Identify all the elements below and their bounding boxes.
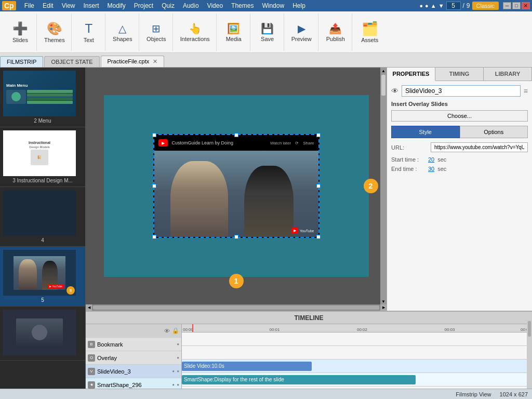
objects-button[interactable]: ⊞ Objects xyxy=(143,20,169,44)
slide-thumb-6[interactable] xyxy=(0,307,85,361)
text-button[interactable]: T Text xyxy=(76,19,102,45)
objects-icon: ⊞ xyxy=(152,22,161,35)
scroll-left-button[interactable]: ◀ xyxy=(86,304,92,311)
url-input[interactable]: https://www.youtube.com/watch?v=YqUdh xyxy=(431,142,528,152)
themes-button[interactable]: 🎨 Themes xyxy=(41,19,68,45)
menu-file[interactable]: File xyxy=(20,1,38,10)
slides-group: ➕ Slides xyxy=(4,14,37,51)
menu-video[interactable]: Video xyxy=(203,1,227,10)
ruler-mark-1: 00:01 xyxy=(270,327,280,332)
scroll-right-button[interactable]: ▶ xyxy=(380,304,387,311)
mode-button[interactable]: Classic xyxy=(472,2,499,10)
start-time-row: Start time : 20 sec xyxy=(391,156,528,163)
choose-button[interactable]: Choose... xyxy=(391,110,528,122)
timeline-vertical-scroll[interactable] xyxy=(527,320,532,399)
assets-button[interactable]: 🗂️ Assets xyxy=(354,19,385,45)
menu-project[interactable]: Project xyxy=(130,1,157,10)
eye-icon[interactable]: 👁 xyxy=(391,87,398,95)
track-slidevideo: Slide Video:10.0s xyxy=(182,360,532,373)
slide-label-2: 3 Instructional Design M... xyxy=(3,178,82,183)
save-group: 💾 Save xyxy=(251,14,284,51)
vertical-scroll-thumb[interactable] xyxy=(381,75,385,96)
scroll-down-button[interactable]: ▼ xyxy=(380,298,387,304)
slide-label-1: 2 Menu xyxy=(3,118,82,124)
insert-overlay-label: Insert Overlay Slides xyxy=(391,101,528,107)
start-time-value[interactable]: 20 xyxy=(428,156,434,163)
preview-icon: ▶ xyxy=(298,22,305,35)
minimize-button[interactable]: ─ xyxy=(503,2,511,9)
main-layout: Main Menu 2 Menu xyxy=(0,68,532,399)
timeline-scroll-thumb[interactable] xyxy=(528,321,531,337)
slides-label: Slides xyxy=(12,37,28,43)
youtube-text: YouTube xyxy=(300,229,314,233)
timeline-eye-icon[interactable]: 👁 xyxy=(164,328,170,334)
slides-button[interactable]: ➕ Slides xyxy=(7,19,33,45)
media-button[interactable]: 🖼️ Media xyxy=(221,20,247,44)
tab-timing[interactable]: TIMING xyxy=(435,68,484,81)
start-time-label: Start time : xyxy=(391,156,425,163)
options-button[interactable]: Options xyxy=(460,126,528,138)
preview-button[interactable]: ▶ Preview xyxy=(288,20,315,44)
style-button[interactable]: Style xyxy=(391,126,460,138)
timeline-ruler: 00:00 00:01 00:02 00:03 00:04 xyxy=(182,324,532,332)
slide-thumb-2[interactable]: Instructional Design Models 📔 3 Instruct… xyxy=(0,127,85,187)
menu-window[interactable]: Window xyxy=(258,1,288,10)
menu-help[interactable]: Help xyxy=(288,1,310,10)
menu-edit[interactable]: Edit xyxy=(38,1,58,10)
interactions-button[interactable]: 👆 Interactions xyxy=(177,20,213,44)
content-area: ▲ ▶ CustomGuide Learn by Doing xyxy=(86,68,387,311)
menu-view[interactable]: View xyxy=(58,1,79,10)
track-smartshape: SmartShape:Display for the rest of the s… xyxy=(182,373,532,387)
menu-insert[interactable]: Insert xyxy=(79,1,103,10)
save-label: Save xyxy=(261,36,274,42)
slidevideo-bar[interactable]: Slide Video:10.0s xyxy=(182,362,312,371)
shapes-button[interactable]: △ Shapes xyxy=(110,20,136,44)
save-button[interactable]: 💾 Save xyxy=(255,20,281,44)
current-slide-input[interactable] xyxy=(446,2,461,10)
timeline-lock-icon[interactable]: 🔒 xyxy=(172,327,179,334)
menu-quiz[interactable]: Quiz xyxy=(157,1,179,10)
tab-filmstrip[interactable]: FILMSTRIP xyxy=(0,56,43,67)
menu-themes[interactable]: Themes xyxy=(227,1,258,10)
vertical-scrollbar[interactable] xyxy=(380,74,387,298)
youtube-logo: ▶ xyxy=(291,228,298,234)
slide-thumb-1[interactable]: Main Menu 2 Menu xyxy=(0,68,85,127)
slide-preview-6 xyxy=(3,310,76,355)
themes-icon: 🎨 xyxy=(47,21,62,36)
bookmark-icon: B xyxy=(88,341,95,348)
watch-later-text: Watch later xyxy=(270,141,291,145)
slide-preview-3 xyxy=(3,190,76,236)
window-controls: ─ □ ✕ xyxy=(503,2,530,9)
scroll-up-button[interactable]: ▲ xyxy=(380,68,387,74)
horizontal-scroll-thumb[interactable] xyxy=(93,305,379,310)
menu-audio[interactable]: Audio xyxy=(179,1,203,10)
properties-content: 👁 SlideVideo_3 ≡ Insert Overlay Slides C… xyxy=(387,81,532,311)
slide-label-3: 4 xyxy=(3,237,82,243)
start-time-unit: sec xyxy=(437,156,446,163)
object-name-input[interactable]: SlideVideo_3 xyxy=(402,85,521,97)
properties-menu-icon[interactable]: ≡ xyxy=(524,87,528,95)
video-element[interactable]: ▶ CustomGuide Learn by Doing Watch later… xyxy=(153,134,320,238)
slide-label-5: 5 xyxy=(3,297,82,303)
slide-thumb-5[interactable]: ▶ YouTube 5 5 xyxy=(0,247,85,307)
publish-button[interactable]: 📤 Publish xyxy=(323,20,349,44)
tab-library[interactable]: LIBRARY xyxy=(484,68,532,81)
tab-close-icon[interactable]: ✕ xyxy=(153,58,157,64)
slide-preview-2: Instructional Design Models 📔 xyxy=(3,130,76,176)
smartshape-bar[interactable]: SmartShape:Display for the rest of the s… xyxy=(182,375,416,384)
slides-icon: ➕ xyxy=(12,21,28,36)
ruler-mark-2: 00:02 xyxy=(357,327,367,332)
slide-thumb-3[interactable]: 4 xyxy=(0,187,85,247)
tab-file[interactable]: PracticeFile.cptx ✕ xyxy=(101,56,165,67)
tab-object-state[interactable]: OBJECT STATE xyxy=(44,56,99,67)
end-time-label: End time : xyxy=(391,166,425,172)
playhead[interactable] xyxy=(192,324,193,332)
end-time-value[interactable]: 30 xyxy=(428,166,434,172)
menu-modify[interactable]: Modify xyxy=(103,1,130,10)
media-icon: 🖼️ xyxy=(227,22,240,35)
maximize-button[interactable]: □ xyxy=(512,2,521,9)
horizontal-scrollbar[interactable]: ◀ ▶ xyxy=(86,304,387,311)
close-button[interactable]: ✕ xyxy=(522,2,530,9)
tab-properties[interactable]: PROPERTIES xyxy=(387,68,435,81)
total-slides: 9 xyxy=(467,2,470,9)
